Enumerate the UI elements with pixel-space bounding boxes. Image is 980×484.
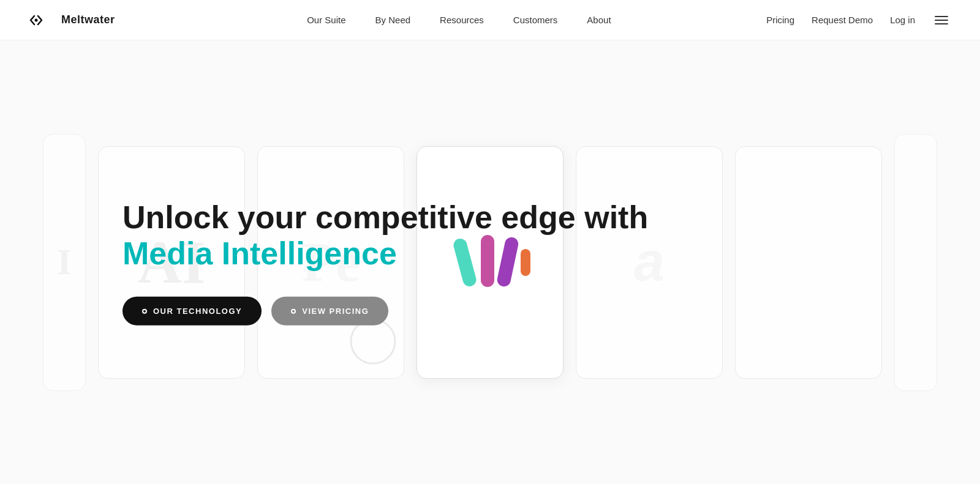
request-demo-link[interactable]: Request Demo [812,15,873,25]
site-header: Meltwater Our Suite By Need Resources Cu… [0,0,980,40]
login-link[interactable]: Log in [890,15,915,25]
svg-point-0 [35,18,38,21]
our-technology-button[interactable]: OUR TECHNOLOGY [123,297,262,326]
pricing-link[interactable]: Pricing [766,15,794,25]
btn-dot-icon [142,308,147,313]
bg-card-6 [735,146,882,379]
hero-heading: Unlock your competitive edge with Media … [123,199,648,272]
svg-point-1 [351,319,395,363]
logo-area[interactable]: Meltwater [29,13,115,27]
bg-card-7 [894,134,937,391]
nav-our-suite[interactable]: Our Suite [292,0,360,40]
logo-text: Meltwater [61,13,115,26]
meltwater-logo-icon [29,13,56,27]
nav-resources[interactable]: Resources [425,0,499,40]
bg-card-1: I [43,134,86,391]
hamburger-menu-icon[interactable] [932,13,951,27]
view-pricing-button[interactable]: VIEW PRICING [271,297,388,326]
main-nav: Our Suite By Need Resources Customers Ab… [292,0,625,40]
hero-section: I AI Pe [0,40,980,484]
header-right: Pricing Request Demo Log in [766,13,951,27]
nav-by-need[interactable]: By Need [361,0,426,40]
hero-buttons: OUR TECHNOLOGY VIEW PRICING [123,297,648,326]
hero-content: Unlock your competitive edge with Media … [123,199,648,326]
nav-about[interactable]: About [572,0,625,40]
nav-customers[interactable]: Customers [499,0,573,40]
btn-pricing-dot-icon [291,308,296,313]
